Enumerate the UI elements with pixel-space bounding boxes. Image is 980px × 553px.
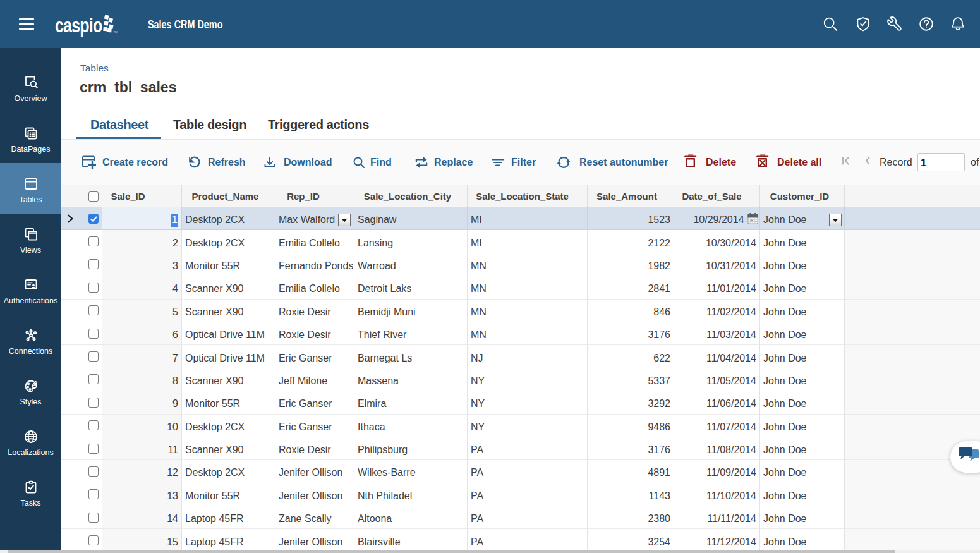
svg-text:™: ™ [113, 30, 118, 35]
